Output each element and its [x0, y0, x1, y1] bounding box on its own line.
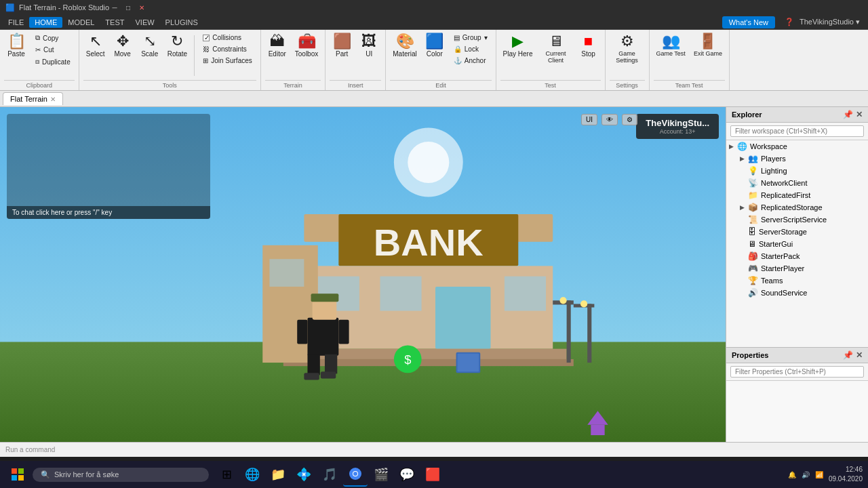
- title-icon: 🟦: [5, 3, 15, 12]
- menu-model[interactable]: MODEL: [62, 17, 100, 28]
- menubar: FILE HOME MODEL TEST VIEW PLUGINS What's…: [0, 15, 868, 30]
- game-settings-button[interactable]: ⚙ Game Settings: [610, 33, 645, 65]
- vp-eye-button[interactable]: 👁: [601, 114, 618, 125]
- properties-title: Properties: [732, 351, 768, 359]
- tree-item-lighting[interactable]: 💡 Lighting: [726, 165, 868, 177]
- tree-item-serverstorage[interactable]: 🗄 ServerStorage: [726, 226, 868, 238]
- taskbar-notification-icon[interactable]: 🔔: [788, 471, 796, 479]
- user-menu-button[interactable]: TheVikingStudio ▾: [800, 18, 860, 26]
- properties-filter-input[interactable]: [730, 366, 864, 378]
- vp-ui-button[interactable]: UI: [581, 114, 597, 125]
- help-icon[interactable]: ❓: [785, 18, 794, 26]
- material-button[interactable]: 🎨 Material: [390, 33, 420, 59]
- menu-plugins[interactable]: PLUGINS: [160, 17, 203, 28]
- collisions-button[interactable]: ✓ Collisions: [199, 33, 256, 43]
- test-label: Test: [500, 80, 601, 89]
- exit-game-button[interactable]: 🚪 Exit Game: [691, 33, 725, 58]
- editor-button[interactable]: 🏔 Editor: [265, 33, 290, 59]
- tree-item-replicatedfirst[interactable]: 📁 ReplicatedFirst: [726, 189, 868, 201]
- viewport-toolbar: UI 👁 ⚙: [581, 114, 637, 125]
- taskbar-apps: ⊞ 🌐 📁 💠 🎵 🎬 💬 🟥: [214, 462, 445, 487]
- taskbar-steam[interactable]: 💠: [292, 462, 316, 487]
- tree-item-serverscriptservice[interactable]: 📜 ServerScriptService: [726, 214, 868, 226]
- tree-item-networkclient[interactable]: 📡 NetworkClient: [726, 177, 868, 189]
- scale-icon: ⤡: [144, 34, 156, 49]
- tab-close-button[interactable]: ✕: [50, 96, 56, 103]
- tree-arrow: ▶: [729, 143, 737, 150]
- viewport[interactable]: BANK: [0, 107, 726, 442]
- taskbar-time[interactable]: 12:46 09.04.2020: [829, 465, 863, 484]
- insert-group: 🟫 Part 🖼 UI Insert: [326, 30, 386, 90]
- tree-item-players[interactable]: ▶ 👥 Players: [726, 152, 868, 165]
- explorer-close-icon[interactable]: ✕: [856, 110, 863, 119]
- tree-item-teams[interactable]: 🏆 Teams: [726, 274, 868, 287]
- tree-item-startergui[interactable]: 🖥 StarterGui: [726, 238, 868, 250]
- menu-view[interactable]: VIEW: [130, 17, 159, 28]
- explorer-filter-input[interactable]: [730, 125, 864, 137]
- group-button[interactable]: ▤ Group ▾: [450, 33, 492, 43]
- taskbar-task-manager[interactable]: ⊞: [214, 462, 239, 487]
- taskbar-roblox[interactable]: 🟥: [420, 462, 445, 487]
- start-button[interactable]: [5, 462, 30, 487]
- close-button[interactable]: ✕: [136, 2, 147, 13]
- flat-terrain-tab[interactable]: Flat Terrain ✕: [3, 92, 63, 105]
- taskbar-search[interactable]: 🔍 Skriv her for å søke: [33, 468, 209, 482]
- taskbar-volume-icon[interactable]: 🔊: [802, 471, 810, 479]
- whats-new-button[interactable]: What's New: [722, 16, 775, 28]
- part-button[interactable]: 🟫 Part: [330, 33, 354, 59]
- move-button[interactable]: ✥ Move: [111, 33, 135, 59]
- taskbar-chrome[interactable]: [343, 462, 368, 487]
- game-test-button[interactable]: 👥 Game Test: [654, 33, 688, 58]
- join-surfaces-button[interactable]: ⊞ Join Surfaces: [199, 56, 256, 66]
- minimize-button[interactable]: ─: [109, 2, 120, 13]
- taskbar-network-icon[interactable]: 📶: [815, 471, 823, 479]
- menu-file[interactable]: FILE: [3, 17, 29, 28]
- tree-item-replicatedstorage[interactable]: ▶ 📦 ReplicatedStorage: [726, 201, 868, 214]
- maximize-button[interactable]: □: [123, 2, 134, 13]
- cut-button[interactable]: ✂ Cut: [31, 45, 75, 55]
- taskbar-media[interactable]: 🎬: [369, 462, 393, 487]
- svg-rect-26: [325, 354, 337, 374]
- svg-point-21: [580, 300, 587, 307]
- tree-icon: 🌐: [737, 142, 747, 151]
- taskbar-file-explorer[interactable]: 📁: [266, 462, 290, 487]
- stop-button[interactable]: ■ Stop: [576, 33, 601, 59]
- menu-test[interactable]: TEST: [100, 17, 130, 28]
- ui-button[interactable]: 🖼 UI: [357, 33, 381, 59]
- properties-pin-icon[interactable]: 📌: [843, 350, 853, 360]
- anchor-button[interactable]: ⚓ Anchor: [450, 56, 492, 66]
- color-button[interactable]: 🟦 Color: [422, 33, 447, 59]
- chat-hint[interactable]: To chat click here or press "/" key: [7, 206, 210, 219]
- taskbar-spotify[interactable]: 🎵: [317, 462, 342, 487]
- tree-item-soundservice[interactable]: 🔊 SoundService: [726, 287, 868, 299]
- vp-settings-button[interactable]: ⚙: [622, 114, 637, 125]
- paste-button[interactable]: 📋 Paste: [4, 33, 28, 59]
- select-button[interactable]: ↖ Select: [83, 33, 108, 59]
- tree-item-starterpack[interactable]: 🎒 StarterPack: [726, 250, 868, 262]
- tree-icon: 📁: [748, 190, 758, 200]
- scale-button[interactable]: ⤡ Scale: [138, 33, 162, 59]
- tree-icon: 🔊: [748, 288, 758, 298]
- explorer-pin-icon[interactable]: 📌: [843, 110, 853, 119]
- tree-item-starterplayer[interactable]: 🎮 StarterPlayer: [726, 262, 868, 274]
- duplicate-button[interactable]: ⧈ Duplicate: [31, 56, 75, 67]
- constraints-button[interactable]: ⛓ Constraints: [199, 44, 256, 54]
- tabbar: Flat Terrain ✕: [0, 91, 868, 107]
- menu-home[interactable]: HOME: [29, 17, 62, 28]
- tab-label: Flat Terrain: [10, 95, 47, 103]
- current-client-button[interactable]: 🖥 Current Client: [538, 33, 574, 65]
- command-input[interactable]: Run a command: [5, 446, 55, 453]
- lock-button[interactable]: 🔒 Lock: [450, 44, 492, 54]
- copy-button[interactable]: ⧉ Copy: [31, 33, 75, 43]
- tree-icon: 👥: [748, 154, 758, 163]
- taskbar-edge[interactable]: 🌐: [240, 462, 264, 487]
- rotate-button[interactable]: ↻ Rotate: [165, 33, 190, 59]
- tree-item-workspace[interactable]: ▶ 🌐 Workspace: [726, 140, 868, 152]
- toolbox-button[interactable]: 🧰 Toolbox: [292, 33, 321, 59]
- svg-point-18: [559, 297, 566, 304]
- taskbar-discord[interactable]: 💬: [395, 462, 419, 487]
- tree-icon: 🎮: [748, 264, 758, 273]
- properties-close-icon[interactable]: ✕: [856, 350, 863, 360]
- properties-header: Properties 📌 ✕: [726, 348, 868, 363]
- play-here-button[interactable]: ▶ Play Here: [500, 33, 536, 59]
